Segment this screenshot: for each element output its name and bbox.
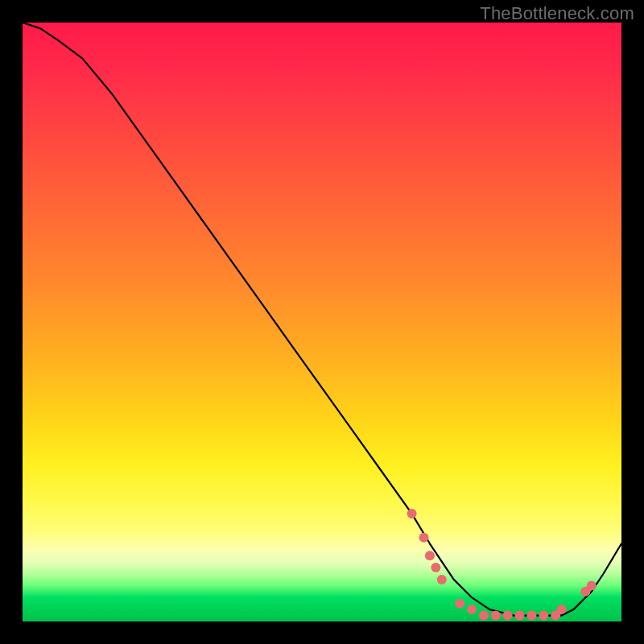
- curve-marker: [539, 611, 548, 621]
- curve-marker: [431, 563, 440, 572]
- curve-marker: [437, 575, 447, 584]
- bottleneck-curve: [23, 23, 621, 616]
- watermark-text: TheBottleneck.com: [480, 3, 634, 24]
- curve-marker: [479, 611, 489, 621]
- plot-area: [23, 23, 621, 621]
- markers-group: [407, 509, 597, 621]
- curve-marker: [419, 533, 429, 543]
- curve-marker: [587, 580, 597, 590]
- curve-svg: [23, 23, 621, 621]
- curve-marker: [455, 599, 464, 609]
- curve-marker: [425, 551, 435, 560]
- chart-frame: TheBottleneck.com: [0, 0, 644, 644]
- curve-marker: [467, 605, 477, 614]
- curve-marker: [491, 611, 501, 621]
- curve-marker: [503, 611, 513, 621]
- curve-marker: [557, 605, 567, 614]
- curve-marker: [515, 611, 525, 621]
- curve-marker: [407, 509, 417, 518]
- curve-marker: [526, 611, 536, 621]
